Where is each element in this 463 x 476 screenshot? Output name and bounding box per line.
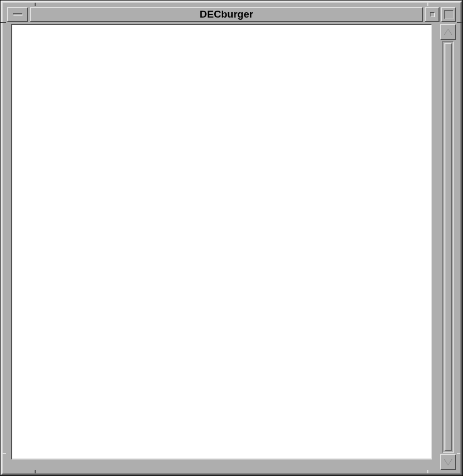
- scroll-up-button[interactable]: [440, 24, 456, 40]
- resize-handle-bottom[interactable]: [427, 470, 460, 473]
- resize-handle-left[interactable]: [3, 3, 6, 23]
- resize-handle-top[interactable]: [427, 3, 460, 6]
- resize-handle-bottom[interactable]: [3, 470, 36, 473]
- resize-handle-left[interactable]: [3, 453, 6, 473]
- window-menu-button[interactable]: [7, 7, 28, 22]
- maximize-icon: [444, 10, 453, 19]
- resize-handle-right[interactable]: [457, 453, 460, 473]
- resize-handle-right[interactable]: [457, 3, 460, 23]
- maximize-button[interactable]: [441, 7, 456, 22]
- scroll-down-button[interactable]: [440, 454, 456, 470]
- content-area: [11, 24, 432, 459]
- window-title[interactable]: DECburger: [30, 7, 423, 22]
- vertical-scrollbar: [440, 24, 456, 470]
- scrollbar-track[interactable]: [442, 41, 454, 453]
- arrow-up-icon: [444, 29, 452, 35]
- window-frame: DECburger: [0, 0, 463, 476]
- scrollbar-thumb[interactable]: [444, 43, 452, 451]
- minimize-icon: [430, 12, 435, 17]
- window-menu-icon: [13, 13, 22, 16]
- arrow-down-icon: [444, 459, 452, 465]
- minimize-button[interactable]: [425, 7, 440, 22]
- resize-handle-top[interactable]: [3, 3, 36, 6]
- titlebar: DECburger: [7, 7, 456, 22]
